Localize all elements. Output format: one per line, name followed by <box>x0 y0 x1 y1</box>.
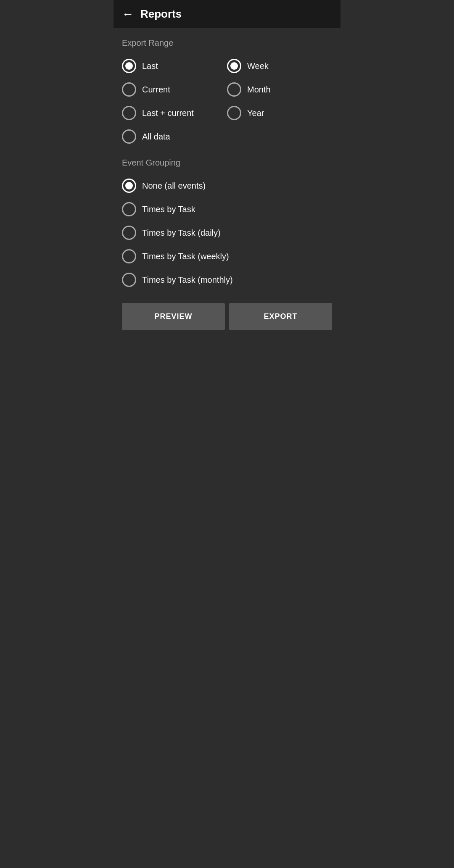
radio-times-by-task-weekly[interactable]: Times by Task (weekly) <box>122 247 332 266</box>
radio-last[interactable]: Last <box>122 56 227 76</box>
radio-none-all-events[interactable]: None (all events) <box>122 176 332 195</box>
page-title: Reports <box>140 8 182 21</box>
radio-week-circle <box>227 59 241 73</box>
export-range-columns: Last Current Last + current All data <box>122 56 332 146</box>
event-grouping-title: Event Grouping <box>122 158 332 168</box>
radio-times-by-task-daily-label: Times by Task (daily) <box>142 228 221 238</box>
radio-times-by-task-weekly-label: Times by Task (weekly) <box>142 252 229 261</box>
radio-current-label: Current <box>142 85 170 95</box>
radio-last-current-label: Last + current <box>142 108 194 118</box>
radio-year-circle <box>227 106 241 120</box>
radio-none-circle <box>122 179 136 193</box>
export-button[interactable]: EXPORT <box>229 303 332 330</box>
radio-current-circle <box>122 82 136 97</box>
radio-times-by-task-monthly[interactable]: Times by Task (monthly) <box>122 270 332 289</box>
radio-month[interactable]: Month <box>227 80 332 99</box>
action-buttons: PREVIEW EXPORT <box>122 303 332 330</box>
event-grouping-options: None (all events) Times by Task Times by… <box>122 176 332 289</box>
preview-button[interactable]: PREVIEW <box>122 303 225 330</box>
radio-none-label: None (all events) <box>142 181 206 191</box>
radio-month-circle <box>227 82 241 97</box>
radio-year[interactable]: Year <box>227 103 332 123</box>
radio-last-circle <box>122 59 136 73</box>
radio-all-data[interactable]: All data <box>122 127 227 146</box>
radio-last-label: Last <box>142 61 158 71</box>
export-range-section: Export Range Last Current Last + current <box>122 38 332 146</box>
radio-times-by-task[interactable]: Times by Task <box>122 200 332 219</box>
radio-times-by-task-label: Times by Task <box>142 205 195 214</box>
export-range-right-col: Week Month Year <box>227 56 332 146</box>
radio-week[interactable]: Week <box>227 56 332 76</box>
event-grouping-section: Event Grouping None (all events) Times b… <box>122 158 332 289</box>
back-button[interactable]: ← <box>122 8 134 20</box>
radio-last-current-circle <box>122 106 136 120</box>
content: Export Range Last Current Last + current <box>114 28 340 340</box>
radio-all-data-label: All data <box>142 132 170 142</box>
radio-week-label: Week <box>247 61 269 71</box>
radio-current[interactable]: Current <box>122 80 227 99</box>
radio-times-by-task-circle <box>122 202 136 216</box>
radio-year-label: Year <box>247 108 264 118</box>
radio-times-by-task-daily-circle <box>122 226 136 240</box>
header: ← Reports <box>114 0 340 28</box>
radio-last-current[interactable]: Last + current <box>122 103 227 123</box>
export-range-title: Export Range <box>122 38 332 48</box>
radio-times-by-task-weekly-circle <box>122 249 136 263</box>
radio-month-label: Month <box>247 85 271 95</box>
radio-times-by-task-daily[interactable]: Times by Task (daily) <box>122 223 332 242</box>
radio-times-by-task-monthly-label: Times by Task (monthly) <box>142 275 233 285</box>
export-range-left-col: Last Current Last + current All data <box>122 56 227 146</box>
radio-times-by-task-monthly-circle <box>122 273 136 287</box>
radio-all-data-circle <box>122 129 136 144</box>
